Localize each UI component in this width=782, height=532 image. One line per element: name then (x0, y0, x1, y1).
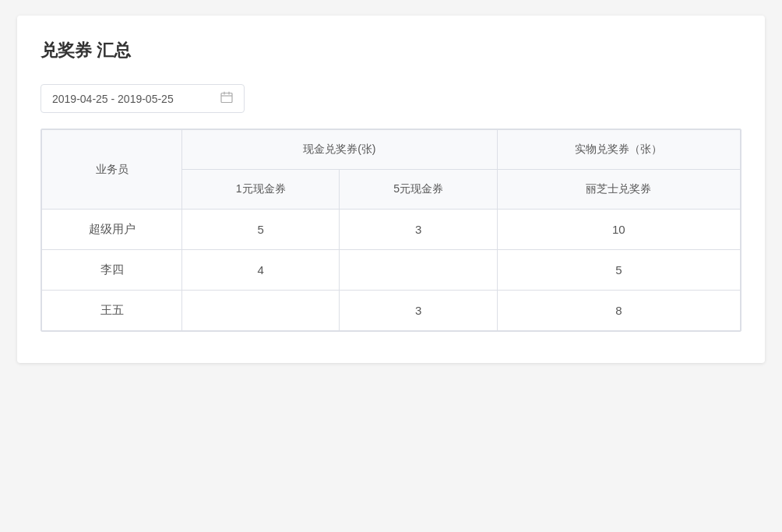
col3-header: 丽芝士兑奖券 (497, 170, 740, 210)
cell-salesperson: 李四 (42, 250, 182, 291)
calendar-icon (220, 91, 233, 106)
cell-col2: 3 (340, 291, 497, 331)
table-body: 超级用户5310李四45王五38 (42, 210, 741, 331)
date-picker-value: 2019-04-25 - 2019-05-25 (52, 93, 174, 105)
svg-rect-0 (221, 93, 232, 103)
cell-col2: 3 (340, 210, 497, 250)
summary-table: 业务员 现金兑奖券(张) 实物兑奖券（张） 1元现金券 5元现金券 丽芝士兑奖券… (41, 129, 741, 331)
col-cash-group-header: 现金兑奖券(张) (182, 130, 498, 170)
col2-header: 5元现金券 (340, 170, 497, 210)
table-row: 李四45 (42, 250, 741, 291)
main-card: 兑奖券 汇总 2019-04-25 - 2019-05-25 业务员 现金兑奖券… (17, 16, 765, 363)
date-picker[interactable]: 2019-04-25 - 2019-05-25 (41, 84, 245, 113)
table-container: 业务员 现金兑奖券(张) 实物兑奖券（张） 1元现金券 5元现金券 丽芝士兑奖券… (41, 129, 741, 332)
cell-salesperson: 超级用户 (42, 210, 182, 250)
cell-col3: 10 (497, 210, 740, 250)
cell-col1: 4 (182, 250, 340, 291)
cell-col1: 5 (182, 210, 340, 250)
col-salesperson-header: 业务员 (42, 130, 182, 210)
date-picker-wrapper: 2019-04-25 - 2019-05-25 (41, 84, 741, 113)
cell-col3: 5 (497, 250, 740, 291)
table-row: 王五38 (42, 291, 741, 331)
col-physical-group-header: 实物兑奖券（张） (497, 130, 740, 170)
cell-col1 (182, 291, 340, 331)
page-title: 兑奖券 汇总 (41, 39, 741, 62)
header-row-1: 业务员 现金兑奖券(张) 实物兑奖券（张） (42, 130, 741, 170)
col1-header: 1元现金券 (182, 170, 340, 210)
cell-col2 (340, 250, 497, 291)
table-row: 超级用户5310 (42, 210, 741, 250)
cell-salesperson: 王五 (42, 291, 182, 331)
cell-col3: 8 (497, 291, 740, 331)
